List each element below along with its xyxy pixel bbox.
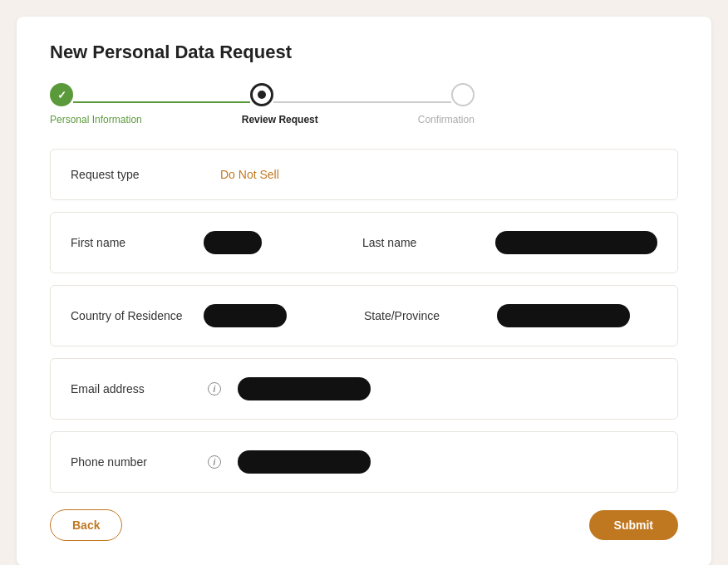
step-circle-confirmation [451,83,475,106]
page-title: New Personal Data Request [50,42,678,63]
name-section: First name Last name [50,212,678,273]
first-name-label: First name [71,236,204,249]
email-redacted [238,377,371,400]
stepper: ✓ Pe [50,83,678,125]
phone-info-icon: i [208,455,221,469]
check-icon: ✓ [57,89,66,101]
connector-1 [73,101,250,103]
state-redacted [497,304,630,327]
phone-label: Phone number [71,455,204,469]
last-name-label: Last name [362,236,495,249]
step-circle-personal-info: ✓ [50,83,73,106]
email-info-icon: i [208,382,221,396]
step-label-review-request: Review Request [242,114,318,125]
phone-redacted [238,450,371,474]
first-name-redacted [204,231,262,254]
country-label: Country of Residence [71,309,204,322]
request-type-label: Request type [71,168,204,181]
main-card: New Personal Data Request ✓ [17,17,711,565]
footer: Back Submit [50,509,678,541]
step-label-confirmation: Confirmation [418,114,475,125]
step-confirmation [451,83,475,106]
location-section: Country of Residence State/Province [50,285,678,346]
request-type-value: Do Not Sell [220,168,279,181]
state-label: State/Province [364,309,497,322]
phone-section: Phone number i [50,431,678,493]
step-label-personal-info: Personal Information [50,114,142,125]
step-personal-info: ✓ [50,83,73,106]
email-label: Email address [71,382,204,396]
last-name-redacted [495,231,657,254]
submit-button[interactable]: Submit [589,510,678,540]
email-section: Email address i [50,358,678,420]
step-circle-review-request [250,83,273,106]
connector-2 [273,101,450,103]
country-redacted [204,304,287,327]
request-type-section: Request type Do Not Sell [50,149,678,200]
step-review-request [250,83,273,106]
back-button[interactable]: Back [50,509,122,541]
